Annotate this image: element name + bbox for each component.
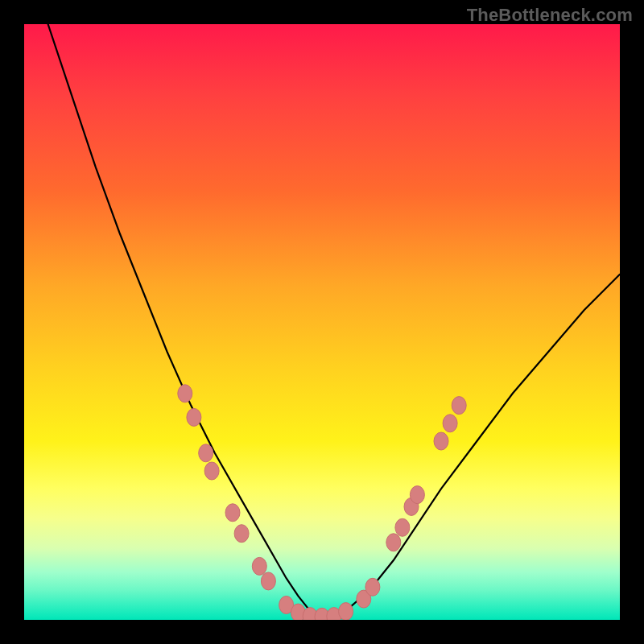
plot-area <box>24 24 620 620</box>
curve-marker <box>365 578 380 596</box>
bottleneck-curve-svg <box>24 24 620 620</box>
curve-marker <box>261 572 275 590</box>
chart-frame: TheBottleneck.com <box>0 0 644 644</box>
curve-marker <box>252 557 266 575</box>
bottleneck-curve-path <box>48 24 620 617</box>
curve-marker <box>410 486 424 504</box>
curve-marker <box>452 397 466 415</box>
curve-marker <box>204 462 219 480</box>
curve-marker <box>443 415 457 432</box>
curve-marker <box>187 408 201 426</box>
curve-marker <box>178 385 192 402</box>
curve-markers <box>178 385 466 620</box>
curve-marker <box>234 525 249 543</box>
curve-marker <box>339 603 353 620</box>
curve-marker <box>225 504 240 522</box>
curve-marker <box>395 518 410 536</box>
curve-marker <box>199 444 213 462</box>
curve-marker <box>434 432 448 450</box>
watermark-text: TheBottleneck.com <box>467 5 633 26</box>
curve-marker <box>386 534 401 551</box>
